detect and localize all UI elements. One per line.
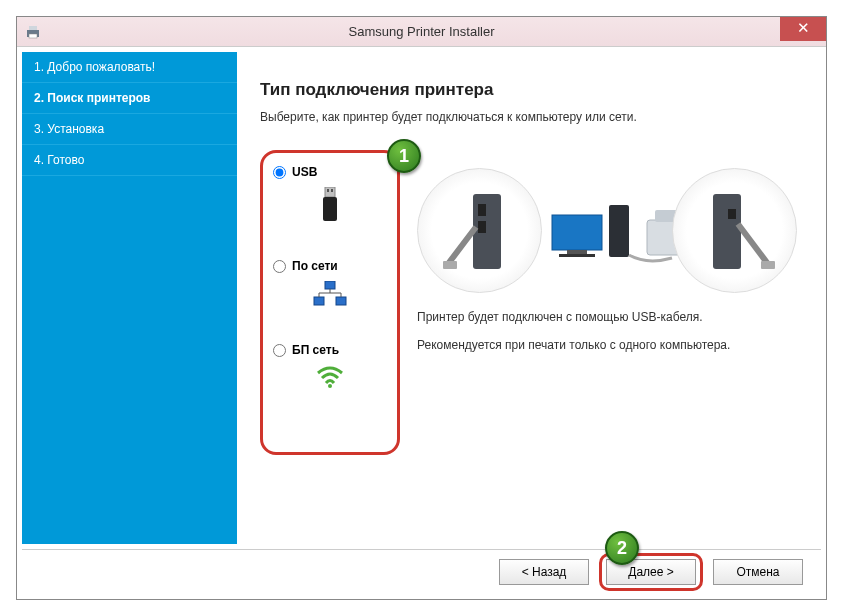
titlebar: Samsung Printer Installer ✕ — [17, 17, 826, 47]
close-button[interactable]: ✕ — [780, 17, 826, 41]
svg-rect-26 — [713, 194, 741, 269]
step-done: 4. Готово — [22, 145, 237, 176]
svg-rect-21 — [559, 254, 595, 257]
svg-point-14 — [328, 384, 332, 388]
option-network-label: По сети — [292, 259, 338, 273]
svg-rect-8 — [314, 297, 324, 305]
svg-rect-20 — [567, 250, 587, 254]
wizard-sidebar: 1. Добро пожаловать! 2. Поиск принтеров … — [22, 52, 237, 544]
connection-options: USB По сети БП сеть — [260, 150, 400, 455]
page-heading: Тип подключения принтера — [260, 80, 803, 100]
usb-icon — [273, 187, 387, 229]
svg-rect-4 — [327, 189, 329, 192]
option-wireless[interactable]: БП сеть — [273, 343, 387, 393]
callout-badge-1: 1 — [387, 139, 421, 173]
description-line2: Рекомендуется при печати только с одного… — [417, 338, 797, 352]
description-area: Принтер будет подключен с помощью USB-ка… — [417, 310, 797, 366]
svg-rect-19 — [552, 215, 602, 250]
option-usb-label: USB — [292, 165, 317, 179]
network-icon — [273, 281, 387, 313]
page-subtitle: Выберите, как принтер будет подключаться… — [260, 110, 803, 124]
radio-network[interactable] — [273, 260, 286, 273]
wifi-icon — [273, 365, 387, 393]
option-network[interactable]: По сети — [273, 259, 387, 313]
body-area: 1. Добро пожаловать! 2. Поиск принтеров … — [17, 47, 826, 599]
radio-wireless[interactable] — [273, 344, 286, 357]
svg-rect-6 — [323, 197, 337, 221]
description-line1: Принтер будет подключен с помощью USB-ка… — [417, 310, 797, 324]
svg-rect-22 — [609, 205, 629, 257]
svg-rect-27 — [728, 209, 736, 219]
radio-usb[interactable] — [273, 166, 286, 179]
option-wireless-label: БП сеть — [292, 343, 339, 357]
content-panel: Тип подключения принтера Выберите, как п… — [242, 52, 821, 544]
svg-rect-3 — [325, 187, 335, 197]
connection-illustration — [417, 160, 797, 300]
svg-rect-9 — [336, 297, 346, 305]
callout-badge-2: 2 — [605, 531, 639, 565]
wizard-footer: < Назад Далее > Отмена — [22, 549, 821, 594]
step-search: 2. Поиск принтеров — [22, 83, 237, 114]
window-title: Samsung Printer Installer — [17, 24, 826, 39]
cancel-button[interactable]: Отмена — [713, 559, 803, 585]
back-button[interactable]: < Назад — [499, 559, 589, 585]
installer-window: Samsung Printer Installer ✕ 1. Добро пож… — [16, 16, 827, 600]
svg-rect-28 — [761, 261, 775, 269]
step-install: 3. Установка — [22, 114, 237, 145]
svg-rect-5 — [331, 189, 333, 192]
step-welcome: 1. Добро пожаловать! — [22, 52, 237, 83]
svg-rect-7 — [325, 281, 335, 289]
option-usb[interactable]: USB — [273, 165, 387, 229]
illustration-printer-port — [672, 168, 797, 293]
